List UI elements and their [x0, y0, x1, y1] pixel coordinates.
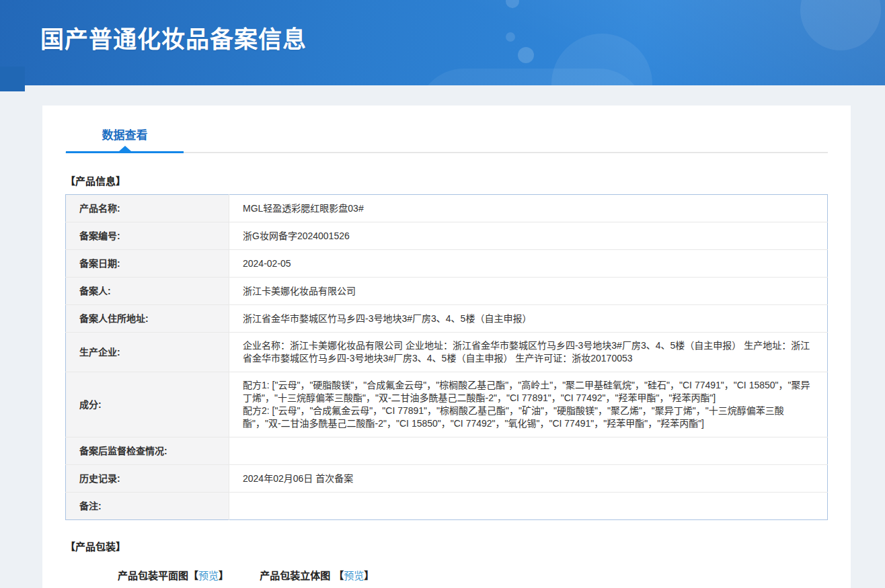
row-label: 备注:: [66, 493, 229, 520]
table-row: 备案日期: 2024-02-05: [66, 250, 828, 278]
table-row: 备注:: [66, 493, 828, 520]
row-label: 历史记录:: [66, 465, 229, 493]
row-label: 备案编号:: [66, 222, 229, 250]
packaging-flat-label: 产品包装平面图: [118, 570, 188, 581]
row-value: 企业名称：浙江卡美娜化妆品有限公司 企业地址：浙江省金华市婺城区竹马乡四-3号地…: [229, 333, 828, 372]
packaging-flat-group: 产品包装平面图【预览】: [118, 568, 229, 582]
banner-decoration-circle: [800, 0, 881, 50]
page-title: 国产普通化妆品备案信息: [40, 20, 307, 54]
banner-decoration-dot: [518, 47, 534, 63]
row-label: 备案日期:: [66, 250, 229, 278]
value-line: 配方1: ["云母"，"硬脂酸镁"，"合成氟金云母"，"棕榈酸乙基己酯"，"高岭…: [243, 379, 816, 405]
tab-data-view[interactable]: 数据查看: [66, 126, 184, 152]
row-value: 配方1: ["云母"，"硬脂酸镁"，"合成氟金云母"，"棕榈酸乙基己酯"，"高岭…: [229, 372, 828, 437]
banner-decoration-dot: [506, 32, 515, 42]
row-label: 生产企业:: [66, 333, 229, 372]
row-label: 产品名称:: [66, 195, 229, 222]
packaging-stereo-group: 产品包装立体图【预览】: [260, 568, 374, 582]
bracket-open: 【: [334, 570, 344, 581]
preview-link-stereo[interactable]: 预览: [344, 570, 364, 581]
row-value: 浙江卡美娜化妆品有限公司: [229, 278, 828, 305]
content-card: 数据查看 【产品信息】 产品名称: MGL轻盈透彩腮红眼影盘03# 备案编号: …: [42, 106, 851, 588]
table-row: 备案编号: 浙G妆网备字2024001526: [66, 222, 828, 250]
table-row: 历史记录: 2024年02月06日 首次备案: [66, 465, 828, 493]
packaging-stereo-label: 产品包装立体图: [260, 570, 330, 581]
row-label: 备案人住所地址:: [66, 305, 229, 333]
row-value: 浙江省金华市婺城区竹马乡四-3号地块3#厂房3、4、5楼（自主申报）: [229, 305, 828, 333]
tab-data-view-label: 数据查看: [102, 129, 148, 142]
table-row: 产品名称: MGL轻盈透彩腮红眼影盘03#: [66, 195, 828, 222]
section-product-info-heading: 【产品信息】: [65, 173, 828, 187]
bracket-close: 】: [364, 570, 374, 581]
row-label: 备案人:: [66, 278, 229, 305]
row-label: 备案后监督检查情况:: [66, 437, 229, 465]
bracket-close: 】: [219, 570, 229, 581]
table-row: 成分: 配方1: ["云母"，"硬脂酸镁"，"合成氟金云母"，"棕榈酸乙基己酯"…: [66, 372, 828, 437]
banner-decoration-circle: [551, 34, 652, 85]
packaging-row: 产品包装平面图【预览】 产品包装立体图【预览】: [118, 568, 828, 582]
tab-bar: 数据查看: [65, 126, 828, 153]
row-value: MGL轻盈透彩腮红眼影盘03#: [229, 195, 828, 222]
row-value: [229, 493, 828, 520]
row-value: 浙G妆网备字2024001526: [229, 222, 828, 250]
bracket-open: 【: [188, 570, 198, 581]
preview-link-flat[interactable]: 预览: [198, 570, 219, 581]
banner-decoration-dot: [506, 0, 519, 8]
page-header: 国产普通化妆品备案信息: [0, 0, 885, 85]
row-label: 成分:: [66, 372, 229, 437]
value-line: 配方2: ["云母"，"合成氟金云母"，"CI 77891"，"棕榈酸乙基己酯"…: [243, 405, 816, 430]
banner-corner-decoration: [0, 67, 25, 91]
table-row: 备案人: 浙江卡美娜化妆品有限公司: [66, 278, 828, 305]
table-row: 备案后监督检查情况:: [66, 437, 828, 465]
row-value: 2024-02-05: [229, 250, 828, 278]
row-value: 2024年02月06日 首次备案: [229, 465, 828, 493]
active-tab-pointer-icon: [119, 146, 131, 151]
product-info-table: 产品名称: MGL轻盈透彩腮红眼影盘03# 备案编号: 浙G妆网备字202400…: [65, 194, 828, 520]
table-row: 备案人住所地址: 浙江省金华市婺城区竹马乡四-3号地块3#厂房3、4、5楼（自主…: [66, 305, 828, 333]
row-value: [229, 437, 828, 465]
section-product-packaging-heading: 【产品包装】: [65, 539, 828, 553]
table-row: 生产企业: 企业名称：浙江卡美娜化妆品有限公司 企业地址：浙江省金华市婺城区竹马…: [66, 333, 828, 372]
